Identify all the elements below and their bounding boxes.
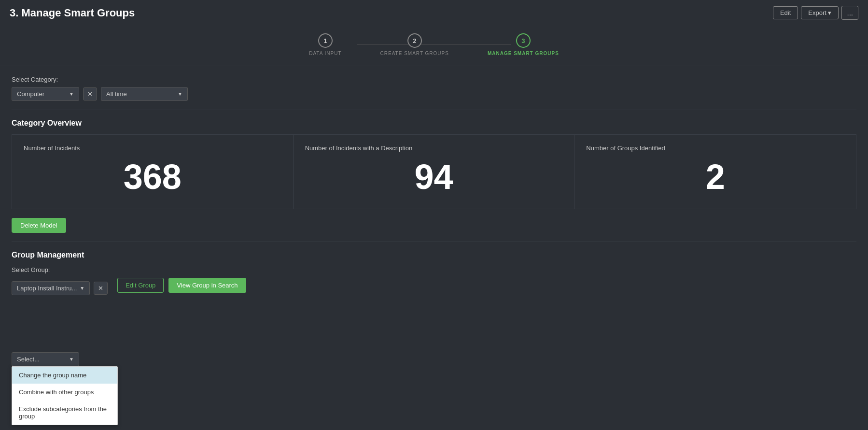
action-select-wrap: Select... ▼ xyxy=(12,352,108,366)
group-dropdown-value: Laptop Install Instru... xyxy=(17,285,77,292)
select-row: Computer ▼ ✕ All time ▼ xyxy=(12,87,856,101)
category-dropdown-arrow: ▼ xyxy=(69,91,74,97)
group-dropdown-arrow: ▼ xyxy=(80,286,84,291)
stat-card-groups: Number of Groups Identified 2 xyxy=(574,135,856,209)
category-overview-title: Category Overview xyxy=(12,119,856,128)
action-select-value: Select... xyxy=(17,356,40,363)
step-1[interactable]: 1 DATA INPUT xyxy=(309,33,341,56)
dropdown-item-combine[interactable]: Combine with other groups xyxy=(12,384,117,401)
group-right: Edit Group View Group in Search xyxy=(117,278,246,293)
main-content: Select Category: Computer ▼ ✕ All time ▼… xyxy=(0,66,868,376)
step-2-circle: 2 xyxy=(407,33,422,48)
stat-card-description: Number of Incidents with a Description 9… xyxy=(294,135,575,209)
step-1-circle: 1 xyxy=(318,33,333,48)
stat-value-incidents: 368 xyxy=(24,159,281,194)
divider-1 xyxy=(12,110,856,110)
header-actions: Edit Export ▾ ... xyxy=(773,6,858,20)
category-select-label: Select Category: xyxy=(12,76,856,83)
time-dropdown-value: All time xyxy=(106,90,127,98)
group-row: Select Group: Laptop Install Instru... ▼… xyxy=(12,266,856,366)
select-group-label: Select Group: xyxy=(12,266,108,273)
view-group-button[interactable]: View Group in Search xyxy=(168,278,246,293)
page-title: 3. Manage Smart Groups xyxy=(10,7,135,19)
category-dropdown[interactable]: Computer ▼ xyxy=(12,87,79,101)
group-management: Group Management Select Group: Laptop In… xyxy=(12,251,856,366)
export-button[interactable]: Export ▾ xyxy=(801,6,839,19)
steps-bar: 1 DATA INPUT 2 CREATE SMART GROUPS 3 MAN… xyxy=(0,26,868,66)
group-left: Select Group: Laptop Install Instru... ▼… xyxy=(12,266,108,366)
group-select-row: Laptop Install Instru... ▼ ✕ xyxy=(12,281,108,295)
category-dropdown-value: Computer xyxy=(17,90,44,98)
step-3-label: MANAGE SMART GROUPS xyxy=(488,51,559,56)
stat-label-groups: Number of Groups Identified xyxy=(586,144,844,152)
divider-2 xyxy=(12,242,856,242)
stat-label-incidents: Number of Incidents xyxy=(24,144,281,152)
step-2-label: CREATE SMART GROUPS xyxy=(380,51,449,56)
time-dropdown[interactable]: All time ▼ xyxy=(101,87,188,101)
stat-value-description: 94 xyxy=(305,159,563,194)
time-dropdown-arrow: ▼ xyxy=(178,91,182,97)
stat-label-description: Number of Incidents with a Description xyxy=(305,144,563,152)
category-clear-button[interactable]: ✕ xyxy=(83,87,97,100)
dropdown-item-rename[interactable]: Change the group name xyxy=(12,367,117,384)
step-1-label: DATA INPUT xyxy=(309,51,341,56)
action-select-arrow: ▼ xyxy=(69,357,74,362)
stat-value-groups: 2 xyxy=(586,159,844,194)
edit-button[interactable]: Edit xyxy=(773,6,798,19)
group-management-title: Group Management xyxy=(12,251,856,259)
more-button[interactable]: ... xyxy=(841,6,858,20)
step-3-circle: 3 xyxy=(516,33,531,48)
stat-card-incidents: Number of Incidents 368 xyxy=(12,135,294,209)
action-select-dropdown[interactable]: Select... ▼ xyxy=(12,352,79,366)
category-selector-row: Select Category: Computer ▼ ✕ All time ▼ xyxy=(12,76,856,101)
step-2[interactable]: 2 CREATE SMART GROUPS xyxy=(380,33,449,56)
group-clear-button[interactable]: ✕ xyxy=(94,282,108,295)
delete-model-button[interactable]: Delete Model xyxy=(12,218,66,233)
stats-grid: Number of Incidents 368 Number of Incide… xyxy=(12,134,856,209)
edit-group-button[interactable]: Edit Group xyxy=(117,278,164,293)
group-action-dropdown-menu: Change the group name Combine with other… xyxy=(12,366,118,425)
group-dropdown[interactable]: Laptop Install Instru... ▼ xyxy=(12,281,90,295)
category-overview: Category Overview Number of Incidents 36… xyxy=(12,119,856,233)
dropdown-item-exclude[interactable]: Exclude subcategories from the group xyxy=(12,401,117,425)
header: 3. Manage Smart Groups Edit Export ▾ ... xyxy=(0,0,868,26)
step-3[interactable]: 3 MANAGE SMART GROUPS xyxy=(488,33,559,56)
